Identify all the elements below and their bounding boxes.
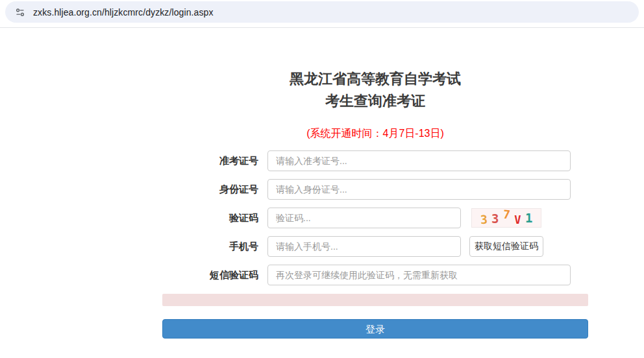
captcha-char: 3 — [480, 214, 488, 226]
url-text[interactable]: zxks.hljea.org.cn/hljzkcmrc/dyzkz/login.… — [33, 7, 214, 18]
form-row-id-number: 身份证号 — [162, 179, 588, 200]
form-row-phone: 手机号 获取短信验证码 — [162, 236, 588, 257]
captcha-input[interactable] — [267, 208, 461, 228]
form-row-sms-code: 短信验证码 — [162, 265, 588, 285]
alert-bar — [162, 294, 588, 306]
captcha-char: 3 — [491, 213, 499, 225]
form-row-captcha: 验证码 3 3 7 V 1 — [162, 208, 588, 228]
page-title-line2: 考生查询准考证 — [162, 90, 588, 112]
sms-code-input[interactable] — [267, 265, 571, 285]
phone-number-input[interactable] — [267, 236, 461, 257]
login-panel: 黑龙江省高等教育自学考试 考生查询准考证 (系统开通时间：4月7日-13日) 准… — [162, 68, 588, 339]
phone-label: 手机号 — [162, 241, 267, 253]
login-button[interactable]: 登录 — [162, 319, 588, 339]
admission-ticket-label: 准考证号 — [162, 155, 267, 167]
login-form: 准考证号 身份证号 验证码 3 3 7 V 1 手机号 — [162, 150, 588, 285]
id-number-label: 身份证号 — [162, 184, 267, 196]
browser-window: zxks.hljea.org.cn/hljzkcmrc/dyzkz/login.… — [0, 0, 644, 358]
site-settings-icon[interactable] — [14, 6, 26, 18]
captcha-char: V — [514, 215, 521, 226]
page-title-line1: 黑龙江省高等教育自学考试 — [162, 68, 588, 90]
captcha-label: 验证码 — [162, 212, 267, 224]
captcha-image[interactable]: 3 3 7 V 1 — [471, 208, 541, 228]
captcha-char: 1 — [525, 212, 532, 224]
sms-code-label: 短信验证码 — [162, 269, 267, 281]
browser-toolbar: zxks.hljea.org.cn/hljzkcmrc/dyzkz/login.… — [0, 0, 644, 28]
admission-ticket-input[interactable] — [267, 150, 571, 171]
page-title: 黑龙江省高等教育自学考试 考生查询准考证 — [162, 68, 588, 112]
form-row-admission-ticket: 准考证号 — [162, 150, 588, 171]
id-number-input[interactable] — [267, 179, 571, 200]
captcha-char: 7 — [502, 209, 510, 221]
get-sms-code-button[interactable]: 获取短信验证码 — [469, 236, 543, 257]
address-bar[interactable]: zxks.hljea.org.cn/hljzkcmrc/dyzkz/login.… — [5, 1, 639, 23]
system-open-notice: (系统开通时间：4月7日-13日) — [162, 127, 588, 141]
